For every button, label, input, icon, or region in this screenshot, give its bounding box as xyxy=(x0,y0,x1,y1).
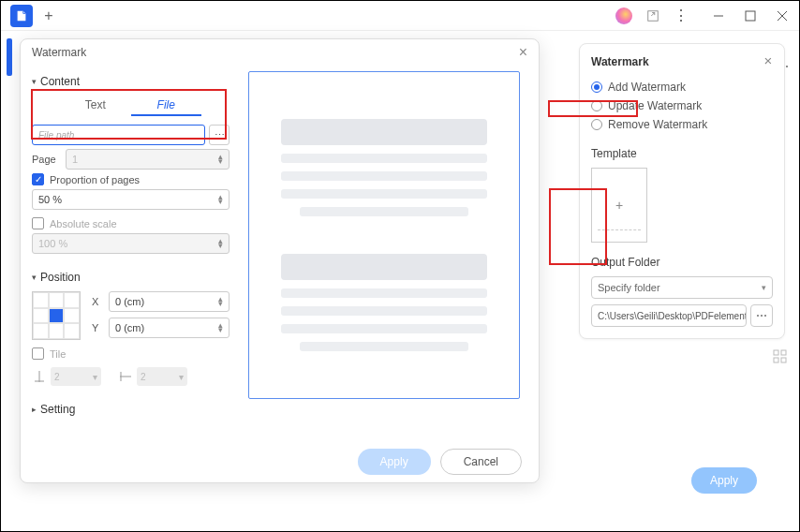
spinner-icon: ▴▾ xyxy=(218,239,223,248)
button-label: Apply xyxy=(710,474,738,487)
panel-header: Watermark xyxy=(591,55,773,68)
x-value: 0 (cm) xyxy=(115,296,144,307)
absolute-value: 100 % xyxy=(38,238,67,249)
tab-label: Text xyxy=(85,98,106,111)
maximize-button[interactable] xyxy=(741,7,760,25)
tile-h-icon xyxy=(32,369,47,384)
y-input[interactable]: 0 (cm)▴▾ xyxy=(109,318,230,338)
radio-remove-watermark[interactable]: Remove Watermark xyxy=(591,115,773,134)
caret-down-icon: ▾ xyxy=(32,273,37,282)
radio-update-watermark[interactable]: Update Watermark xyxy=(591,96,773,115)
y-label: Y xyxy=(92,322,103,333)
file-browse-button[interactable]: ⋯ xyxy=(209,125,230,145)
apply-button[interactable]: Apply xyxy=(358,449,431,475)
caret-right-icon: ▸ xyxy=(32,405,37,414)
path-value: C:\Users\Geili\Desktop\PDFelement\W... xyxy=(598,311,747,321)
svg-rect-6 xyxy=(781,350,786,355)
preview-page xyxy=(248,71,520,399)
page-input: 1▴▾ xyxy=(66,149,230,170)
dialog-title: Watermark xyxy=(32,46,86,59)
kebab-menu-icon[interactable]: ⋮ xyxy=(674,8,689,23)
preview-area xyxy=(241,66,539,440)
tile-h-value: 2 xyxy=(54,372,60,382)
page-label: Page xyxy=(32,154,60,165)
content-section-label: Content xyxy=(40,75,80,88)
template-section-label: Template xyxy=(591,147,773,160)
absolute-input: 100 %▴▾ xyxy=(32,233,230,254)
radio-label: Add Watermark xyxy=(608,81,686,94)
template-add-button[interactable]: + xyxy=(591,168,647,243)
plus-icon: + xyxy=(615,198,623,213)
radio-add-watermark[interactable]: Add Watermark xyxy=(591,78,773,96)
radio-icon xyxy=(591,119,602,130)
proportion-value: 50 % xyxy=(38,194,62,205)
proportion-input[interactable]: 50 %▴▾ xyxy=(32,189,230,210)
close-button[interactable] xyxy=(773,7,792,25)
svg-rect-5 xyxy=(774,350,778,355)
output-folder-select[interactable]: Specify folder▾ xyxy=(591,276,773,299)
watermark-dialog: Watermark × ▾Content Text File File path… xyxy=(20,38,540,483)
position-grid[interactable] xyxy=(32,291,81,340)
button-label: Cancel xyxy=(464,455,498,468)
svg-rect-7 xyxy=(774,358,778,362)
tile-label: Tile xyxy=(50,348,66,360)
watermark-side-panel: × Watermark Add Watermark Update Waterma… xyxy=(579,43,785,339)
absolute-label: Absolute scale xyxy=(50,218,117,229)
radio-icon xyxy=(591,100,602,111)
spinner-icon: ▴▾ xyxy=(218,195,223,204)
panel-close-icon[interactable]: × xyxy=(760,52,777,68)
cancel-button[interactable]: Cancel xyxy=(440,449,522,475)
tab-indicator xyxy=(7,38,12,76)
minimize-button[interactable] xyxy=(709,7,728,25)
position-section-label: Position xyxy=(40,271,81,284)
position-center[interactable] xyxy=(49,308,65,324)
spinner-icon: ▴▾ xyxy=(218,323,223,332)
spinner-icon: ▴▾ xyxy=(218,155,223,164)
tile-h-input: 2▾ xyxy=(51,367,101,386)
apply-panel-button[interactable]: Apply xyxy=(691,467,757,494)
file-path-input[interactable]: File path xyxy=(32,125,205,145)
absolute-checkbox[interactable] xyxy=(32,217,44,229)
placeholder-text: File path xyxy=(38,130,74,140)
svg-rect-8 xyxy=(781,358,786,362)
svg-rect-2 xyxy=(746,11,755,21)
tile-v-value: 2 xyxy=(141,372,146,382)
tile-v-input: 2▾ xyxy=(137,367,187,386)
page-value: 1 xyxy=(72,154,78,165)
tab-label: File xyxy=(157,98,175,111)
new-tab-button[interactable]: + xyxy=(40,7,57,24)
x-input[interactable]: 0 (cm)▴▾ xyxy=(109,291,230,312)
radio-label: Update Watermark xyxy=(608,99,702,112)
tab-file[interactable]: File xyxy=(131,96,202,116)
y-value: 0 (cm) xyxy=(115,322,144,333)
title-bar: + ⋮ xyxy=(1,1,799,31)
dialog-close-icon[interactable]: × xyxy=(519,44,527,61)
proportion-label: Proportion of pages xyxy=(50,174,140,185)
radio-label: Remove Watermark xyxy=(608,118,707,131)
tab-text[interactable]: Text xyxy=(60,96,131,116)
position-section-toggle[interactable]: ▾Position xyxy=(32,271,230,284)
proportion-checkbox[interactable]: ✓ xyxy=(32,173,44,185)
profile-orb-icon[interactable] xyxy=(615,7,632,24)
content-section-toggle[interactable]: ▾Content xyxy=(32,75,230,88)
grid-view-icon[interactable] xyxy=(773,349,788,368)
output-section-label: Output Folder xyxy=(591,256,773,269)
setting-section-toggle[interactable]: ▸Setting xyxy=(32,403,230,416)
browse-output-button[interactable]: ⋯ xyxy=(750,304,773,327)
tile-v-icon xyxy=(118,369,133,384)
select-value: Specify folder xyxy=(598,282,660,293)
spinner-icon: ▴▾ xyxy=(218,297,223,306)
app-icon xyxy=(10,5,33,27)
caret-down-icon: ▾ xyxy=(32,77,37,86)
share-icon[interactable] xyxy=(645,8,660,23)
tile-checkbox[interactable] xyxy=(32,347,44,360)
button-label: Apply xyxy=(380,455,408,468)
output-path-field[interactable]: C:\Users\Geili\Desktop\PDFelement\W... xyxy=(591,304,747,327)
chevron-down-icon: ▾ xyxy=(762,283,766,292)
radio-icon xyxy=(591,81,602,93)
setting-section-label: Setting xyxy=(40,403,75,416)
x-label: X xyxy=(92,296,103,307)
